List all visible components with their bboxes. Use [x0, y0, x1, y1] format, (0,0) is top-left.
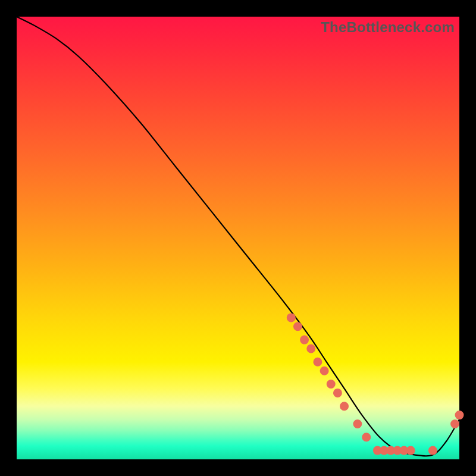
data-marker: [362, 433, 371, 441]
data-marker: [293, 322, 302, 331]
bottleneck-curve: [17, 17, 459, 456]
watermark-text: TheBottleneck.com: [321, 19, 455, 36]
data-marker: [306, 345, 315, 353]
data-marker: [406, 446, 415, 455]
chart-frame: TheBottleneck.com: [17, 17, 459, 459]
data-marker: [353, 419, 362, 428]
data-marker: [428, 446, 437, 455]
chart-svg: [17, 17, 459, 459]
data-marker: [313, 358, 322, 367]
data-marker: [450, 419, 459, 428]
data-marker: [327, 380, 336, 389]
data-marker: [340, 402, 349, 411]
data-marker: [287, 313, 296, 322]
data-markers: [287, 313, 464, 455]
data-marker: [455, 411, 464, 419]
data-marker: [333, 389, 342, 397]
data-marker: [300, 336, 309, 345]
data-marker: [320, 367, 329, 375]
